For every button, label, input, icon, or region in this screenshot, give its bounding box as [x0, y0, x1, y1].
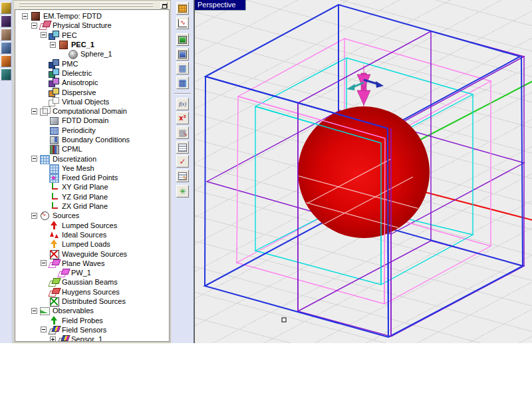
parametric-sweep-button[interactable]: x²	[176, 112, 189, 124]
tree-item-observables[interactable]: Observables	[15, 306, 169, 315]
anisotropic-group-icon	[49, 78, 60, 87]
tree-item-gaussian-beams[interactable]: Gaussian Beams	[15, 277, 169, 287]
expander-minus[interactable]	[41, 327, 47, 332]
observables-chart-icon	[39, 306, 51, 315]
tree-item-physical-structure[interactable]: Physical Structure	[15, 21, 169, 30]
em-tempo-icon	[30, 11, 41, 21]
tree-item-waveguide-sources[interactable]: Waveguide Sources	[15, 249, 169, 258]
notepad-icon	[178, 144, 187, 152]
tree-item-boundary-conditions[interactable]: Boundary Conditions	[15, 135, 169, 144]
module-tan-icon[interactable]	[1, 29, 11, 41]
module-purple-icon[interactable]	[1, 15, 11, 27]
module-teal-icon[interactable]	[1, 68, 11, 80]
simulation-log-button[interactable]	[176, 170, 189, 182]
tree-item-plane-waves[interactable]: Plane Waves	[15, 259, 169, 268]
scene-canvas[interactable]	[195, 0, 532, 343]
fx-icon: f(x)	[179, 101, 186, 107]
tree-item-label: Discretization	[53, 155, 96, 163]
tree-item-anisotropic[interactable]: Anisotropic	[15, 78, 169, 87]
tree-item-label: Sensor_1	[71, 335, 102, 342]
tree-item-pmc[interactable]: PMC	[15, 59, 169, 68]
tree-item-sensor-1[interactable]: Sensor_1	[15, 334, 169, 342]
tree-item-label: FDTD Domain	[62, 116, 108, 124]
expander-minus[interactable]	[41, 260, 47, 266]
units-ruler-button[interactable]	[176, 2, 189, 15]
tree-item-label: Yee Mesh	[62, 164, 94, 172]
tree-item-field-probes[interactable]: Field Probes	[15, 316, 169, 325]
tree-item-cpml[interactable]: CPML	[15, 144, 169, 154]
expander-minus[interactable]	[31, 213, 37, 219]
tree-item-field-sensors[interactable]: Field Sensors	[15, 325, 169, 334]
tree-item-lumped-loads[interactable]: Lumped Loads	[15, 239, 169, 249]
tree-item-label: Dielectric	[62, 69, 92, 77]
tree-item-label: PW_1	[71, 269, 91, 277]
tree-item-sphere-1[interactable]: Sphere_1	[15, 49, 169, 59]
tree-item-ideal-sources[interactable]: Ideal Sources	[15, 230, 169, 239]
expander-minus[interactable]	[31, 156, 37, 162]
3d-viewport[interactable]: Perspective	[194, 0, 532, 343]
tree-item-fixed-grid-points[interactable]: Fixed Grid Points	[15, 173, 169, 182]
mesh-grid-icon: ▦	[178, 65, 186, 72]
tree-item-xy-grid-plane[interactable]: XY Grid Plane	[15, 182, 169, 192]
tree-item-dispersive[interactable]: Dispersive	[15, 87, 169, 96]
module-gold-icon[interactable]	[1, 2, 11, 14]
update-refresh-button[interactable]: ✳	[176, 185, 189, 198]
tree-item-pw-1[interactable]: PW_1	[15, 268, 169, 277]
tree-item-pec[interactable]: PEC	[15, 31, 169, 40]
validate-button[interactable]: ✓	[176, 155, 189, 168]
tree-item-pec-1[interactable]: PEC_1	[15, 40, 169, 49]
viewport-title-bar[interactable]: Perspective	[195, 0, 246, 11]
expander-plus[interactable]	[50, 336, 56, 342]
selection-handle[interactable]	[282, 318, 286, 322]
tree-item-label: Lumped Loads	[62, 240, 110, 248]
expander-minus[interactable]	[31, 23, 37, 29]
mesh-view-button[interactable]: ▦	[176, 76, 189, 89]
expander-minus[interactable]	[22, 13, 28, 19]
tree-item-em-tempo[interactable]: EM.Tempo: FDTD	[15, 11, 169, 21]
blue-monitor-icon	[178, 51, 187, 59]
tree-item-yee-mesh[interactable]: Yee Mesh	[15, 164, 169, 173]
tree-item-virtual-objects[interactable]: Virtual Objects	[15, 97, 169, 106]
expander-minus[interactable]	[31, 308, 37, 314]
tree-item-huygens-sources[interactable]: Huygens Sources	[15, 287, 169, 297]
tree-item-label: CPML	[62, 145, 82, 153]
ideal-sources-arrows-icon	[49, 230, 60, 239]
fixed-grid-points-icon	[49, 173, 60, 182]
expander-minus[interactable]	[41, 32, 47, 38]
expander-minus[interactable]	[31, 108, 37, 114]
tree-item-label: ZX Grid Plane	[62, 202, 108, 210]
expander-minus[interactable]	[50, 42, 56, 48]
tree-item-sources[interactable]: Sources	[15, 211, 169, 220]
array-tool-button[interactable]: ▦	[176, 126, 189, 139]
tree-item-label: Computational Domain	[53, 107, 127, 115]
run-simulation-button[interactable]	[176, 33, 189, 46]
tree-item-lumped-sources[interactable]: Lumped Sources	[15, 221, 169, 230]
e-field-arrowhead	[346, 84, 355, 90]
panel-restore-icon[interactable]	[160, 2, 168, 9]
simulation-data-button[interactable]	[176, 141, 189, 154]
tree-item-distributed-sources[interactable]: Distributed Sources	[15, 297, 169, 306]
discretization-grid-icon	[39, 154, 51, 164]
variables-fx-button[interactable]: f(x)	[176, 98, 189, 110]
tree-item-label: YZ Grid Plane	[62, 193, 108, 201]
engine-settings-button[interactable]	[176, 48, 189, 61]
periodicity-icon	[49, 126, 60, 135]
navigation-tree-panel: EM.Tempo: FDTD Physical Structure PEC PE…	[13, 0, 171, 343]
frequency-plot-button[interactable]: ∿	[176, 17, 189, 29]
tree-item-yz-grid-plane[interactable]: YZ Grid Plane	[15, 192, 169, 201]
tree-item-discretization[interactable]: Discretization	[15, 154, 169, 163]
tree-item-periodicity[interactable]: Periodicity	[15, 126, 169, 135]
panel-grip[interactable]	[19, 5, 153, 7]
mesh-settings-button[interactable]: ▦	[176, 62, 189, 74]
module-orange-icon[interactable]	[1, 55, 11, 67]
tree-item-computational-domain[interactable]: Computational Domain	[15, 106, 169, 116]
module-blue-icon[interactable]	[1, 42, 11, 54]
dispersive-group-icon	[49, 88, 60, 97]
physical-structure-icon	[39, 21, 51, 30]
tree-item-label: XY Grid Plane	[62, 183, 108, 191]
tree-item-zx-grid-plane[interactable]: ZX Grid Plane	[15, 201, 169, 211]
distributed-sources-icon	[49, 297, 60, 306]
panel-grip[interactable]	[19, 3, 153, 4]
tree-item-dielectric[interactable]: Dielectric	[15, 68, 169, 78]
tree-item-fdtd-domain[interactable]: FDTD Domain	[15, 116, 169, 125]
